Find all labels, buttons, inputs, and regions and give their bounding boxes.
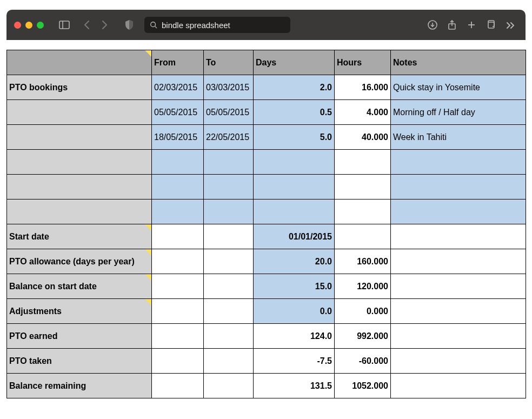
cell-from[interactable] <box>152 175 204 199</box>
cell-from[interactable] <box>152 224 204 249</box>
cell-to[interactable]: 05/05/2015 <box>204 100 254 125</box>
cell-hours[interactable] <box>335 224 391 249</box>
cell-days[interactable]: 01/01/2015 <box>254 224 335 249</box>
cell-days[interactable]: 124.0 <box>254 324 335 349</box>
back-button[interactable] <box>79 17 95 32</box>
cell-label[interactable] <box>7 125 152 150</box>
cell-days[interactable]: 131.5 <box>254 374 335 398</box>
cell-hours[interactable] <box>335 150 391 175</box>
cell-to[interactable] <box>204 299 254 324</box>
cell-hours[interactable]: 120.000 <box>335 274 391 299</box>
cell-to[interactable] <box>204 374 254 398</box>
cell-label[interactable] <box>7 175 152 199</box>
cell-hours[interactable]: 16.000 <box>335 75 391 100</box>
search-icon <box>150 21 157 29</box>
cell-days[interactable]: 20.0 <box>254 249 335 274</box>
cell-notes[interactable]: Morning off / Half day <box>391 100 526 125</box>
cell-days[interactable]: 15.0 <box>254 274 335 299</box>
cell-hours[interactable]: 160.000 <box>335 249 391 274</box>
cell-hours[interactable]: 1052.000 <box>335 374 391 398</box>
cell-to[interactable]: 03/03/2015 <box>204 75 254 100</box>
cell-hours[interactable]: 4.000 <box>335 100 391 125</box>
cell-label[interactable] <box>7 100 152 125</box>
cell-from[interactable]: 18/05/2015 <box>152 125 204 150</box>
cell-days[interactable] <box>254 199 335 224</box>
cell-from[interactable]: 05/05/2015 <box>152 100 204 125</box>
header-hours[interactable]: Hours <box>335 50 391 75</box>
cell-label[interactable] <box>7 150 152 175</box>
cell-days[interactable] <box>254 150 335 175</box>
minimize-window-button[interactable] <box>25 22 32 29</box>
cell-from[interactable]: 02/03/2015 <box>152 75 204 100</box>
cell-to[interactable] <box>204 175 254 199</box>
cell-hours[interactable] <box>335 199 391 224</box>
cell-from[interactable] <box>152 324 204 349</box>
cell-from[interactable] <box>152 150 204 175</box>
maximize-window-button[interactable] <box>37 22 44 29</box>
cell-from[interactable] <box>152 374 204 398</box>
summary-row-balance-start: Balance on start date 15.0 120.000 <box>7 274 526 299</box>
cell-notes[interactable] <box>391 224 526 249</box>
cell-hours[interactable]: 0.000 <box>335 299 391 324</box>
address-bar[interactable]: bindle spreadsheet <box>144 17 290 33</box>
cell-notes[interactable] <box>391 249 526 274</box>
cell-notes[interactable] <box>391 199 526 224</box>
share-icon[interactable] <box>444 17 460 32</box>
cell-days[interactable]: 5.0 <box>254 125 335 150</box>
cell-hours[interactable] <box>335 175 391 199</box>
cell-hours[interactable]: 992.000 <box>335 324 391 349</box>
cell-to[interactable] <box>204 349 254 374</box>
cell-notes[interactable] <box>391 150 526 175</box>
cell-label[interactable]: PTO taken <box>7 349 152 374</box>
cell-notes[interactable]: Quick stay in Yosemite <box>391 75 526 100</box>
cell-to[interactable] <box>204 150 254 175</box>
cell-from[interactable] <box>152 249 204 274</box>
cell-label[interactable] <box>7 199 152 224</box>
cell-to[interactable] <box>204 274 254 299</box>
cell-days[interactable]: 0.5 <box>254 100 335 125</box>
close-window-button[interactable] <box>14 22 21 29</box>
cell-notes[interactable]: Week in Tahiti <box>391 125 526 150</box>
download-icon[interactable] <box>425 17 440 32</box>
cell-label[interactable]: PTO earned <box>7 324 152 349</box>
cell-to[interactable] <box>204 249 254 274</box>
cell-from[interactable] <box>152 349 204 374</box>
header-label[interactable] <box>7 50 152 75</box>
cell-to[interactable] <box>204 224 254 249</box>
cell-days[interactable]: 2.0 <box>254 75 335 100</box>
cell-from[interactable] <box>152 274 204 299</box>
tabs-overview-icon[interactable] <box>483 17 498 32</box>
cell-notes[interactable] <box>391 299 526 324</box>
cell-label[interactable]: Adjustments <box>7 299 152 324</box>
header-notes[interactable]: Notes <box>391 50 526 75</box>
cell-label[interactable]: Balance remaining <box>7 374 152 398</box>
cell-notes[interactable] <box>391 374 526 398</box>
cell-notes[interactable] <box>391 324 526 349</box>
forward-button[interactable] <box>97 17 112 32</box>
header-to[interactable]: To <box>204 50 254 75</box>
sidebar-toggle-icon[interactable] <box>57 17 72 32</box>
cell-notes[interactable] <box>391 274 526 299</box>
cell-label[interactable]: Start date <box>7 224 152 249</box>
cell-label[interactable]: Balance on start date <box>7 274 152 299</box>
cell-hours[interactable]: 40.000 <box>335 125 391 150</box>
cell-notes[interactable] <box>391 349 526 374</box>
header-from[interactable]: From <box>152 50 204 75</box>
overflow-icon[interactable] <box>503 17 518 32</box>
cell-to[interactable] <box>204 324 254 349</box>
cell-notes[interactable] <box>391 175 526 199</box>
bookings-label[interactable]: PTO bookings <box>7 75 152 100</box>
cell-from[interactable] <box>152 199 204 224</box>
header-days[interactable]: Days <box>254 50 335 75</box>
cell-days[interactable] <box>254 175 335 199</box>
new-tab-icon[interactable] <box>464 17 479 32</box>
cell-label[interactable]: PTO allowance (days per year) <box>7 249 152 274</box>
privacy-shield-icon[interactable] <box>122 17 137 32</box>
cell-days[interactable]: 0.0 <box>254 299 335 324</box>
cell-from[interactable] <box>152 299 204 324</box>
booking-row: 05/05/2015 05/05/2015 0.5 4.000 Morning … <box>7 100 526 125</box>
cell-to[interactable] <box>204 199 254 224</box>
cell-to[interactable]: 22/05/2015 <box>204 125 254 150</box>
cell-hours[interactable]: -60.000 <box>335 349 391 374</box>
cell-days[interactable]: -7.5 <box>254 349 335 374</box>
